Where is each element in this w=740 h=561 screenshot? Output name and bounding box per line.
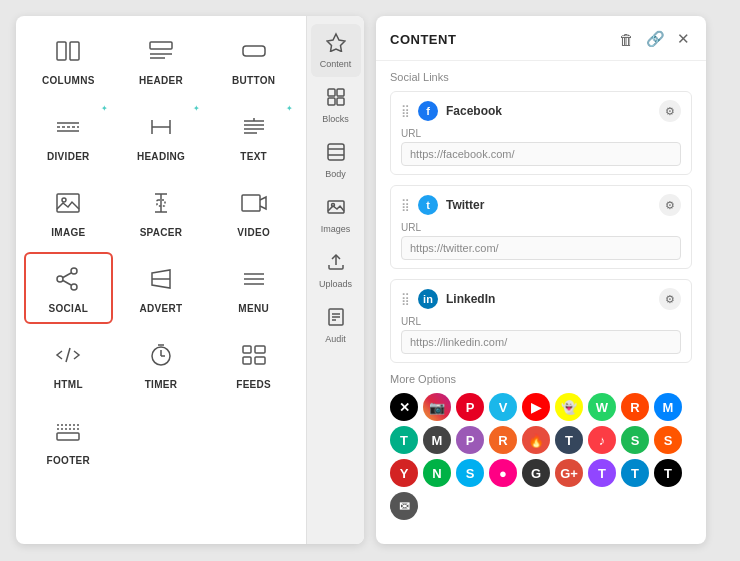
grid-item-timer[interactable]: TIMER [117,328,206,400]
icon-whatsapp[interactable]: W [588,393,616,421]
svg-rect-46 [328,89,335,96]
blocks-tab-label: Blocks [322,114,349,124]
grid-area: COLUMNS headER [16,16,306,544]
svg-rect-41 [255,346,265,353]
twitter-url-input[interactable] [401,236,681,260]
tab-blocks[interactable]: Blocks [311,79,361,132]
svg-rect-40 [243,357,251,364]
images-tab-label: Images [321,224,351,234]
icon-messenger[interactable]: M [654,393,682,421]
icon-reddit[interactable]: R [621,393,649,421]
linkedin-settings-btn[interactable]: ⚙ [659,288,681,310]
more-options-grid: ✕ 📷 P V ▶ 👻 W R M T M P R 🔥 T ♪ S S Y N [390,393,692,520]
social-item-linkedin: ⣿ in LinkedIn ⚙ URL [390,279,692,363]
grid-item-columns[interactable]: COLUMNS [24,24,113,96]
header-label: headER [139,75,183,86]
grid-item-footer[interactable]: FOOTER [24,404,113,476]
grid-item-spacer[interactable]: SPACER [117,176,206,248]
grid-item-image[interactable]: IMAGE [24,176,113,248]
more-options-label: More Options [390,373,692,385]
icon-email[interactable]: ✉ [390,492,418,520]
spacer-label: SPACER [140,227,183,238]
twitter-settings-btn[interactable]: ⚙ [659,194,681,216]
svg-point-24 [71,268,77,274]
grid-item-advert[interactable]: ADVERT [117,252,206,324]
tab-content[interactable]: Content [311,24,361,77]
linkedin-url-label: URL [401,316,681,327]
facebook-name: Facebook [446,104,502,118]
sidebar-tabs: Content Blocks [306,16,364,544]
icon-github[interactable]: G [522,459,550,487]
header-icon [147,37,175,71]
icon-googleplus[interactable]: G+ [555,459,583,487]
grid-item-menu[interactable]: MENU [209,252,298,324]
html-icon [54,341,82,375]
svg-rect-5 [243,46,265,56]
icon-yelp[interactable]: Y [390,459,418,487]
grid-item-divider[interactable]: ✦ DIVIDER [24,100,113,172]
facebook-url-label: URL [401,128,681,139]
svg-rect-49 [337,98,344,105]
icon-spotify[interactable]: S [621,426,649,454]
feeds-icon [240,341,268,375]
icon-snapchat[interactable]: 👻 [555,393,583,421]
facebook-logo: f [418,101,438,121]
divider-label: DIVIDER [47,151,90,162]
uploads-tab-label: Uploads [319,279,352,289]
facebook-settings-btn[interactable]: ⚙ [659,100,681,122]
icon-soundcloud[interactable]: S [654,426,682,454]
delete-button[interactable]: 🗑 [617,29,636,50]
advert-label: ADVERT [140,303,183,314]
icon-pinterest[interactable]: P [456,393,484,421]
spacer-icon [147,189,175,223]
icon-skype[interactable]: S [456,459,484,487]
svg-rect-45 [57,433,79,440]
menu-label: MENU [238,303,269,314]
icon-fire[interactable]: 🔥 [522,426,550,454]
grid-item-html[interactable]: HTML [24,328,113,400]
tab-uploads[interactable]: Uploads [311,244,361,297]
svg-point-26 [71,284,77,290]
twitter-left: ⣿ t Twitter [401,195,484,215]
icon-twitch[interactable]: T [588,459,616,487]
icon-podcast[interactable]: P [456,426,484,454]
grid-item-button[interactable]: BUTTON [209,24,298,96]
facebook-url-input[interactable] [401,142,681,166]
icon-x[interactable]: ✕ [390,393,418,421]
grid-item-social[interactable]: SOCIAL [24,252,113,324]
close-button[interactable]: ✕ [675,28,692,50]
feeds-label: FEEDS [236,379,271,390]
grid-item-header[interactable]: headER [117,24,206,96]
tab-body[interactable]: Body [311,134,361,187]
icon-instagram[interactable]: 📷 [423,393,451,421]
footer-icon [54,417,82,451]
icon-music[interactable]: ♪ [588,426,616,454]
grid-item-video[interactable]: VIDEO [209,176,298,248]
header-actions: 🗑 🔗 ✕ [617,28,692,50]
icon-tiktok[interactable]: T [654,459,682,487]
icon-nextdoor[interactable]: N [423,459,451,487]
grid-item-feeds[interactable]: FEEDS [209,328,298,400]
icon-vimeo[interactable]: V [489,393,517,421]
tab-audit[interactable]: Audit [311,299,361,352]
right-panel: CONTENT 🗑 🔗 ✕ Social Links ⣿ f Facebook … [376,16,706,544]
right-panel-title: CONTENT [390,32,456,47]
linkedin-url-input[interactable] [401,330,681,354]
icon-telegram[interactable]: T [621,459,649,487]
social-item-twitter: ⣿ t Twitter ⚙ URL [390,185,692,269]
icon-youtube[interactable]: ▶ [522,393,550,421]
twitter-name: Twitter [446,198,484,212]
svg-rect-48 [328,98,335,105]
grid-item-text[interactable]: ✦ TEXT [209,100,298,172]
icon-tumblr[interactable]: T [555,426,583,454]
icon-rss[interactable]: R [489,426,517,454]
icon-m2[interactable]: M [423,426,451,454]
tab-images[interactable]: Images [311,189,361,242]
icon-flickr[interactable]: ● [489,459,517,487]
divider-dots: ✦ [101,105,108,113]
svg-point-25 [57,276,63,282]
icon-tripadvisor[interactable]: T [390,426,418,454]
grid-item-heading[interactable]: ✦ HEADING [117,100,206,172]
link-button[interactable]: 🔗 [644,28,667,50]
timer-label: TIMER [145,379,178,390]
